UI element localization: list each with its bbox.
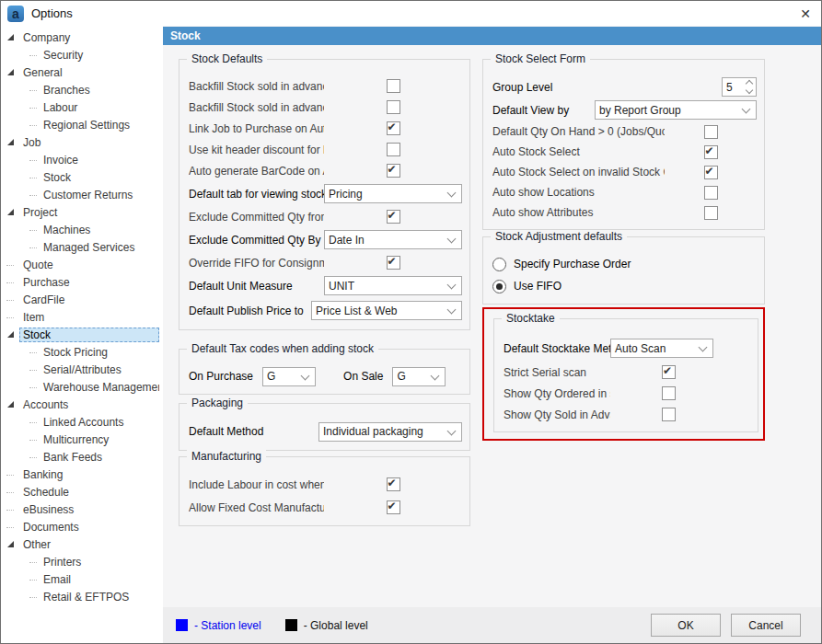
on-sale-select[interactable]: G [392, 367, 446, 386]
override-fifo-for-consignment-stock-checkbox[interactable] [387, 256, 400, 270]
cancel-button[interactable]: Cancel [731, 614, 801, 637]
sidebar-item-warehouse-management[interactable]: Warehouse Management [1, 378, 163, 396]
allow-fixed-cost-manufacturing-checkbox[interactable] [387, 500, 400, 514]
stocktake-highlight-box: StocktakeDefault Stocktake MethodAuto Sc… [482, 307, 765, 441]
sidebar-item-job[interactable]: Job [1, 133, 163, 151]
sidebar-item-label: Stock [19, 328, 159, 342]
auto-stock-select-checkbox[interactable] [704, 145, 718, 159]
group-title-packaging: Packaging [187, 397, 248, 409]
use-kit-header-discount-for-kit-contents-checkbox[interactable] [387, 143, 400, 156]
sidebar-item-labour[interactable]: Labour [1, 98, 163, 116]
tree-expand-icon[interactable] [7, 331, 14, 338]
ok-button[interactable]: OK [651, 614, 721, 637]
sidebar-item-customer-returns[interactable]: Customer Returns [1, 186, 163, 203]
sidebar-item-branches[interactable]: Branches [1, 81, 163, 98]
auto-generate-barcode-on-add-label: Auto generate BarCode on Add [189, 165, 324, 178]
sidebar-item-serial-attributes[interactable]: Serial/Attributes [1, 361, 163, 378]
sidebar-item-retail-eftpos[interactable]: Retail & EFTPOS [1, 588, 163, 605]
row-default-method: Default MethodIndividual packaging [189, 420, 462, 443]
sidebar-item-other[interactable]: Other [1, 535, 163, 553]
sidebar-item-accounts[interactable]: Accounts [1, 396, 163, 413]
show-qty-ordered-in-session-checkbox[interactable] [662, 386, 676, 400]
sidebar-item-quote[interactable]: Quote [1, 256, 163, 273]
auto-show-attributes-checkbox[interactable] [704, 206, 718, 220]
tree-expand-icon[interactable] [7, 209, 14, 215]
default-view-by-select[interactable]: by Report Group [595, 100, 757, 120]
sidebar-item-linked-accounts[interactable]: Linked Accounts [1, 413, 163, 431]
default-tab-for-viewing-stock-record-select[interactable]: Pricing [324, 184, 462, 203]
sidebar-item-bank-feeds[interactable]: Bank Feeds [1, 448, 163, 466]
tree-connector [29, 351, 37, 353]
default-unit-measure-select[interactable]: UNIT [324, 276, 462, 295]
group-stock-adjustment-defaults: Stock Adjustment defaultsSpecify Purchas… [482, 236, 765, 305]
tree-expand-icon[interactable] [7, 541, 14, 547]
group-level-stepper[interactable]: 5 [722, 77, 757, 97]
tree-expand-icon[interactable] [7, 69, 14, 75]
tree-expand-icon[interactable] [7, 34, 14, 40]
default-publish-price-to-select[interactable]: Price List & Web [311, 301, 462, 320]
auto-generate-barcode-on-add-checkbox[interactable] [387, 164, 400, 178]
sidebar-item-cardfile[interactable]: CardFile [1, 291, 163, 308]
backfill-stock-sold-in-advance-on-rfc-checkbox[interactable] [387, 100, 400, 114]
sidebar-item-stock-pricing[interactable]: Stock Pricing [1, 343, 163, 361]
close-icon[interactable]: ✕ [790, 1, 821, 26]
options-dialog: a Options ✕ CompanySecurityGeneralBranch… [0, 0, 822, 644]
use-fifo-radio[interactable] [492, 280, 506, 293]
sidebar-item-label: eBusiness [19, 502, 159, 517]
chevron-down-icon[interactable] [746, 86, 753, 94]
sidebar-item-stock[interactable]: Stock [1, 168, 163, 186]
left-column: Stock DefaultsBackfill Stock sold in adv… [179, 53, 470, 526]
backfill-stock-sold-in-advance-checkbox[interactable] [387, 79, 400, 93]
row-group-level: Group Level5 [492, 75, 757, 98]
sidebar-item-multicurrency[interactable]: Multicurrency [1, 431, 163, 448]
sidebar-item-printers[interactable]: Printers [1, 553, 163, 570]
dialog-buttons: OK Cancel [651, 614, 801, 637]
include-labour-in-cost-when-manufacturing-checkbox[interactable] [387, 477, 400, 491]
specify-purchase-order-radio[interactable] [492, 258, 506, 271]
tree-expand-icon[interactable] [7, 139, 14, 145]
tree-connector [29, 561, 37, 563]
sidebar-item-general[interactable]: General [1, 63, 163, 81]
title-bar: a Options ✕ [1, 1, 821, 26]
sidebar-item-regional-settings[interactable]: Regional Settings [1, 116, 163, 133]
on-purchase-select[interactable]: G [262, 367, 316, 386]
exclude-committed-qty-from-available-qty-checkbox[interactable] [387, 210, 400, 224]
default-method-select[interactable]: Individual packaging [318, 422, 462, 442]
auto-stock-select-on-invalid-stock-code-label: Auto Stock Select on invalid Stock Code [492, 166, 665, 178]
sidebar-item-email[interactable]: Email [1, 570, 163, 588]
default-method-label: Default Method [189, 425, 304, 438]
sidebar-item-security[interactable]: Security [1, 46, 163, 63]
sidebar-item-schedule[interactable]: Schedule [1, 483, 163, 500]
sidebar-item-invoice[interactable]: Invoice [1, 151, 163, 168]
auto-show-locations-checkbox[interactable] [704, 186, 718, 200]
group-title-stock-select-form: Stock Select Form [491, 52, 590, 65]
show-qty-sold-in-advance-in-session-checkbox[interactable] [662, 408, 676, 421]
default-stocktake-method-select[interactable]: Auto Scan [610, 339, 713, 358]
sidebar-item-purchase[interactable]: Purchase [1, 273, 163, 291]
strict-serial-scan-checkbox[interactable] [662, 365, 676, 379]
sidebar-item-stock[interactable]: Stock [1, 326, 163, 343]
sidebar-item-managed-services[interactable]: Managed Services [1, 238, 163, 256]
sidebar-item-item[interactable]: Item [1, 308, 163, 326]
default-qty-on-hand-checkbox[interactable] [704, 125, 718, 139]
sidebar-item-label: Documents [19, 520, 159, 535]
row-tax-codes: On PurchaseGOn SaleG [189, 365, 462, 387]
default-unit-measure-label: Default Unit Measure [189, 280, 324, 293]
sidebar-item-machines[interactable]: Machines [1, 221, 163, 238]
sidebar-item-documents[interactable]: Documents [1, 518, 163, 535]
specify-purchase-order-label: Specify Purchase Order [514, 258, 757, 270]
sidebar-item-company[interactable]: Company [1, 29, 163, 46]
sidebar-item-label: Accounts [19, 397, 159, 412]
sidebar-item-project[interactable]: Project [1, 203, 163, 221]
link-job-to-purchase-on-auto-order-checkbox[interactable] [387, 121, 400, 135]
sidebar-item-label: General [19, 65, 159, 80]
tree-expand-icon[interactable] [7, 401, 14, 408]
tree-connector [29, 439, 37, 441]
sidebar-item-ebusiness[interactable]: eBusiness [1, 500, 163, 518]
row-override-fifo-for-consignment-stock: Override FIFO for Consignment Stock [189, 252, 462, 273]
sidebar-item-label: Bank Feeds [40, 450, 159, 465]
tree-connector [29, 89, 37, 91]
auto-stock-select-on-invalid-stock-code-checkbox[interactable] [704, 166, 718, 179]
sidebar-item-banking[interactable]: Banking [1, 466, 163, 483]
exclude-committed-qty-by-select[interactable]: Date In [324, 230, 462, 249]
